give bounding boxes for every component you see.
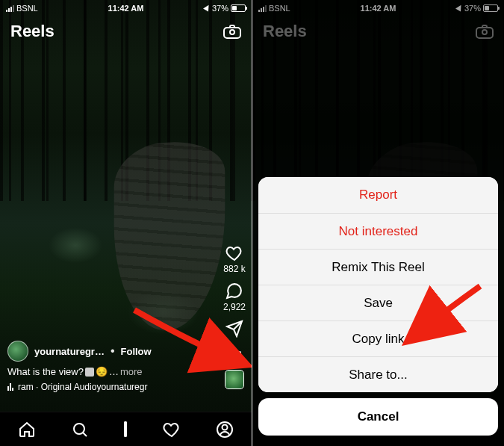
tab-search[interactable] [71, 421, 89, 439]
reel-side-actions: 882 k 2,922 [223, 244, 246, 360]
paper-plane-icon [225, 320, 243, 338]
two-phone-container: BSNL 11:42 AM 37% Reels 882 k [0, 0, 504, 446]
like-button[interactable]: 882 k [223, 244, 245, 274]
sheet-item-save[interactable]: Save [258, 285, 498, 320]
heart-icon [225, 244, 244, 262]
battery-icon [231, 4, 246, 12]
audio-bars-icon [7, 383, 13, 391]
bottom-tab-bar [0, 412, 252, 446]
sheet-cancel-button[interactable]: Cancel [258, 398, 498, 436]
reels-tab-icon [124, 421, 127, 437]
signal-icon [6, 5, 14, 12]
tab-profile[interactable] [216, 421, 234, 439]
carrier-label: BSNL [16, 4, 38, 13]
svg-point-2 [223, 424, 228, 430]
share-button[interactable] [225, 320, 243, 338]
more-options-button[interactable] [228, 345, 241, 360]
svg-point-0 [74, 424, 84, 434]
location-icon [203, 4, 211, 12]
status-bar: BSNL 11:42 AM 37% [0, 0, 252, 15]
audio-label: ram · Original Audioyournaturegr [18, 382, 147, 392]
action-sheet: Report Not interested Remix This Reel Sa… [258, 177, 498, 436]
sheet-item-not-interested[interactable]: Not interested [258, 213, 498, 249]
caption-row[interactable]: What is the view? 😔 … more [7, 366, 207, 377]
username[interactable]: yournaturegr… [34, 346, 105, 357]
sheet-item-report[interactable]: Report [258, 177, 498, 213]
follow-button[interactable]: Follow [121, 346, 152, 357]
tab-home[interactable] [18, 421, 36, 439]
camera-icon[interactable] [223, 24, 241, 39]
like-count: 882 k [223, 264, 245, 274]
emoji-placeholder [85, 368, 94, 377]
tab-reels[interactable] [124, 423, 127, 436]
caption-more: more [120, 366, 143, 377]
comment-button[interactable]: 2,922 [223, 282, 246, 312]
avatar[interactable] [7, 341, 28, 362]
reel-meta: yournaturegr… • Follow What is the view?… [7, 341, 207, 392]
battery-pct: 37% [212, 4, 228, 13]
sheet-item-share-to[interactable]: Share to... [258, 356, 498, 392]
comment-icon [225, 282, 243, 300]
sheet-item-copy-link[interactable]: Copy link [258, 320, 498, 356]
caption-text: What is the view? [7, 366, 84, 377]
tab-activity[interactable] [163, 421, 181, 439]
audio-tile[interactable] [225, 370, 244, 389]
status-time: 11:42 AM [108, 4, 144, 13]
audio-row[interactable]: ram · Original Audioyournaturegr [7, 382, 207, 392]
emoji-face: 😔 [96, 366, 108, 377]
action-sheet-group: Report Not interested Remix This Reel Sa… [258, 177, 498, 392]
page-title: Reels [10, 22, 55, 41]
phone-left: BSNL 11:42 AM 37% Reels 882 k [0, 0, 252, 446]
sheet-item-remix[interactable]: Remix This Reel [258, 249, 498, 285]
reels-header: Reels [0, 16, 252, 46]
comment-count: 2,922 [223, 302, 246, 312]
phone-right: BSNL 11:42 AM 37% Reels Report Not inter… [252, 0, 504, 446]
